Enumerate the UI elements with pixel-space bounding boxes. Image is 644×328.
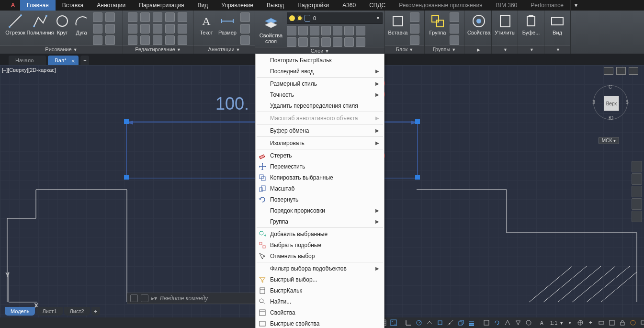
small-tool-icon[interactable] [240,35,250,45]
text-button[interactable]: AТекст [196,12,216,45]
ctx-quick-properties[interactable]: Быстрые свойства [256,318,384,328]
hardware-accel-icon[interactable] [639,318,644,327]
polar-icon[interactable] [414,318,424,327]
ctx-draw-order[interactable]: Порядок прорисовки▶ [256,205,384,216]
layer-tool-icon[interactable] [287,26,296,35]
annotation-monitor-icon[interactable]: + [586,318,596,327]
isolate-objects-icon[interactable] [628,318,638,327]
zoom-icon[interactable] [632,186,642,197]
doc-tab-active[interactable]: Вал*× [48,56,79,65]
lock-ui-icon[interactable] [618,318,627,327]
nav-wheel-icon[interactable] [632,161,642,172]
ribbon-tab-param[interactable]: Параметризация [132,0,191,11]
line-button[interactable]: Отрезок [3,12,28,45]
small-tool-icon[interactable] [178,35,187,45]
ctx-properties[interactable]: Свойства [256,307,384,318]
ctx-select-similar[interactable]: Выбрать подобные [256,239,384,250]
ctx-delete-overrides[interactable]: Удалить переопределения стиля [256,100,384,111]
tab-add-layout[interactable]: + [91,307,100,316]
scale-value[interactable]: 1:1 [549,320,558,326]
ctx-rotate[interactable]: Повернуть [256,194,384,205]
properties-button[interactable]: Свойства [467,12,490,45]
layer-tool-icon[interactable] [310,37,319,47]
trim-icon[interactable] [128,35,137,45]
layer-tool-icon[interactable] [333,26,342,35]
circle-button[interactable]: Круг [53,12,72,45]
doc-tab-add[interactable]: + [80,56,89,65]
ctx-scale[interactable]: Масштаб [256,183,384,194]
ctx-precision[interactable]: Точность▶ [256,89,384,100]
snap-toggle-icon[interactable] [389,318,398,327]
showmotion-icon[interactable] [632,211,642,222]
tab-model[interactable]: Модель [5,307,35,316]
quick-props-icon[interactable] [607,318,617,327]
ctx-find[interactable]: Найти... [256,296,384,307]
polyline-button[interactable]: Полилиния [28,12,53,45]
group-button[interactable]: Группа [428,12,448,45]
view-button[interactable]: Вид [547,12,567,45]
copy-icon[interactable] [140,12,150,22]
small-tool-icon[interactable] [105,35,115,45]
small-tool-icon[interactable] [165,35,175,45]
ribbon-tab-perf[interactable]: Performance [524,0,570,11]
ctx-clipboard[interactable]: Буфер обмена▶ [256,125,384,136]
viewcube-face[interactable]: Верх [604,96,619,111]
ribbon-tab-a360[interactable]: A360 [336,0,362,11]
scale-icon[interactable] [153,24,162,34]
small-tool-icon[interactable] [93,24,102,34]
doc-tab-home[interactable]: Начало [9,56,46,65]
small-tool-icon[interactable] [450,12,459,22]
rotate-icon[interactable] [128,24,137,34]
layer-tool-icon[interactable] [321,37,331,47]
ribbon-tab-view[interactable]: Вид [191,0,215,11]
panel-view-title[interactable]: ▼ [544,45,570,54]
ribbon-tab-output[interactable]: Вывод [260,0,291,11]
panel-annot-title[interactable]: Аннотации▼ [193,45,255,54]
lineweight-icon[interactable] [467,318,476,327]
panel-block-title[interactable]: Блок▼ [385,45,424,54]
layer-combo[interactable]: 0▼ [287,12,383,24]
small-tool-icon[interactable] [178,12,187,22]
small-tool-icon[interactable] [450,24,459,34]
ribbon-tab-main[interactable]: Главная [20,0,56,11]
customize-icon[interactable] [130,294,138,302]
small-tool-icon[interactable] [105,12,115,22]
wcs-button[interactable]: МСК ▾ [599,137,619,144]
layer-tool-icon[interactable] [298,37,308,47]
ctx-isolate[interactable]: Изолировать▶ [256,137,384,148]
dimension-button[interactable]: Размер [216,12,238,45]
annotation-scale-icon[interactable]: A [539,318,548,327]
ctx-deselect[interactable]: Отменить выбор [256,250,384,261]
close-icon[interactable]: × [71,57,75,66]
ribbon-tab-spds[interactable]: СПДС [362,0,392,11]
small-tool-icon[interactable] [165,12,175,22]
osnap3d-icon[interactable] [456,318,466,327]
recent-icon[interactable] [141,294,148,302]
small-tool-icon[interactable] [105,24,115,34]
gizmo-icon[interactable] [524,318,533,327]
minimize-icon[interactable] [604,67,613,75]
layer-tool-icon[interactable] [344,37,354,47]
ribbon-tab-bim360[interactable]: BIM 360 [489,0,524,11]
transparency-icon[interactable] [482,318,491,327]
ribbon-tab-featured[interactable]: Рекомендованные приложения [392,0,489,11]
osnap-icon[interactable] [435,318,445,327]
small-tool-icon[interactable] [165,24,175,34]
panel-modify-title[interactable]: Редактирование▼ [123,45,193,54]
viewcube-s[interactable]: Ю [609,115,613,121]
ctx-erase[interactable]: Стереть [256,150,384,161]
panel-draw-title[interactable]: Рисование▼ [0,45,123,54]
ctx-add-selected[interactable]: +Добавить выбранные [256,228,384,239]
small-tool-icon[interactable] [410,24,419,34]
layer-tool-icon[interactable] [333,37,342,47]
selection-filter-icon[interactable] [513,318,523,327]
app-icon[interactable]: A [6,0,20,11]
orbit-icon[interactable] [632,198,642,210]
viewcube[interactable]: Верх С Ю В З [593,85,628,120]
layer-tool-icon[interactable] [298,26,308,35]
clipboard-button[interactable]: Буфе... [521,12,541,45]
layer-tool-icon[interactable] [356,37,365,47]
ribbon-collapse-icon[interactable]: ▾ [570,0,581,11]
otrack-icon[interactable] [446,318,455,327]
small-tool-icon[interactable] [410,12,419,22]
